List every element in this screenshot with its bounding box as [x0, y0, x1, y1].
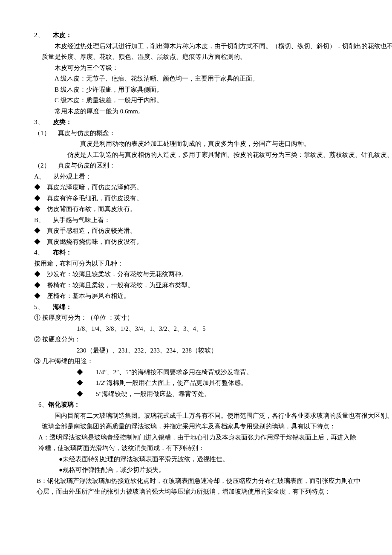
a-b2: ◆ 真皮有许多毛细孔，而仿皮没有。	[34, 193, 392, 204]
section-3-title: 皮类：	[53, 119, 72, 125]
s6-p1: 国内目前有二大玻璃制造集团。玻璃花式成千上万各有不同。使用范围广泛，各行业各业要…	[42, 410, 392, 432]
section-4-heading: 4、 布料：	[34, 247, 392, 258]
s6-a-p: 透明浮法玻璃是玻璃膏经控制闸门进入锡糟，由于地心引力及本身表面张力作用浮于熔锡表…	[38, 434, 356, 452]
sub2-num: （2）	[34, 162, 50, 169]
section-2-p3: A 级木皮：无节子、疤痕、花纹清晰、颜色均一，主要用于家具的正面。	[42, 73, 392, 84]
section-3-sub1: （1） 真皮与仿皮的概念：	[34, 128, 392, 139]
s5-c1-p: 1/8、1/4、3/8、1/2、3/4、1、3/2、2、3、4、5	[77, 324, 392, 335]
section-3-a: A、 从外观上看：	[34, 171, 392, 182]
section-5-title: 海绵：	[53, 304, 72, 310]
sub2-title: 真皮与仿皮的区别：	[58, 162, 115, 169]
s6-a: A：透明浮法玻璃是玻璃膏经控制闸门进入锡糟，由于地心引力及本身表面张力作用浮于熔…	[34, 432, 392, 454]
section-2-num: 2、	[34, 30, 51, 41]
s6-b: B：钢化玻璃产浮法玻璃加热接近软化点时，在玻璃表面急速冷却，使压缩应力分布在玻璃…	[34, 476, 392, 497]
section-2-p4: B 级木皮：少许瑕疵，用于家具侧面。	[42, 84, 392, 95]
section-6-title: 钢化玻璃：	[48, 401, 80, 408]
sub1-p2: 仿皮是人工制造的与真皮相仿的人造皮，多用于家具背面。按皮的花纹可分为三类：掌纹皮…	[55, 150, 392, 161]
s4-b3: ◆ 座椅布：基本与屏风布相近。	[34, 291, 392, 302]
s5-c3-b2: ◆ 1/2″海棉则一般用在大面上，使产品更加具有整体感。	[77, 378, 392, 389]
sub1-num: （1）	[34, 130, 50, 136]
section-4-num: 4、	[34, 247, 51, 258]
section-3-num: 3、	[34, 117, 51, 128]
b-b1: ◆ 真皮手感粗造，而仿皮较光滑。	[34, 225, 392, 237]
section-4-p1: 按用途，布料可分为以下几种：	[34, 258, 392, 269]
c2-title: 按硬度分为：	[42, 336, 81, 343]
s5-c3: ③ 几种海绵的用途：	[34, 356, 392, 367]
c1-num: ①	[34, 314, 40, 321]
sub1-p1: 真皮是利用动物的表皮经加工处理而制成的，真皮多为牛皮，分国产与进口两种。	[67, 139, 392, 150]
section-4-title: 布料：	[53, 249, 72, 256]
sub1-title: 真皮与仿皮的概念：	[58, 130, 115, 136]
a-num: A、	[34, 173, 45, 180]
s6-a-b2: ●规格可作弹性配合，减少切片损失。	[59, 465, 392, 476]
section-2-p6: 常用木皮的厚度一般为 0.6mm。	[42, 106, 392, 117]
s5-c3-b3: ◆ 5″海绵较硬，一般用做床垫、靠背等处。	[77, 389, 392, 400]
s4-b2: ◆ 餐椅布：较薄且柔较，一般有花纹，为亚麻布类型。	[34, 280, 392, 291]
s5-c3-b1: ◆ 1/4″、2″、5″的海绵按不同要求多用在椅背或沙发靠背。	[77, 367, 392, 378]
a-b1: ◆ 真皮光泽度暗，而仿皮光泽鲜亮。	[34, 182, 392, 193]
s6-a-b1: ●未经表面特别处理的浮法玻璃表面平滑无波纹，透视性佳。	[59, 454, 392, 465]
section-6-num: 6、	[38, 401, 48, 408]
s6-b-num: B：	[37, 477, 47, 484]
section-3-sub2: （2） 真皮与仿皮的区别：	[34, 160, 392, 171]
s4-b1: ◆ 沙发布：较薄且较柔软，分有花纹与无花纹两种。	[34, 269, 392, 280]
section-2-p1: 木皮经过热处理后对其进行加工，削出薄木片称为木皮，由于切削方式不同。（横切、纵切…	[42, 41, 392, 63]
s5-c2-p: 230（最硬）、231、232、233、234、238（较软）	[77, 345, 392, 356]
b-num: B、	[34, 217, 45, 223]
section-2-p5: C 级木皮：质量较差，一般用于内部。	[42, 95, 392, 106]
section-5-num: 5、	[34, 302, 51, 313]
c3-title: 几种海绵的用途：	[42, 358, 93, 364]
section-6-heading: 6、钢化玻璃：	[38, 399, 392, 410]
s5-c2: ② 按硬度分为：	[34, 334, 392, 345]
a-b3: ◆ 仿皮背面有布纹，而真皮没有。	[34, 204, 392, 215]
s6-b-p: 钢化玻璃产浮法玻璃加热接近软化点时，在玻璃表面急速冷却，使压缩应力分布在玻璃表面…	[37, 477, 360, 495]
section-2-p2: 木皮可分为三个等级：	[42, 63, 392, 74]
s6-a-num: A：	[38, 434, 49, 441]
section-3-b: B、 从手感与气味上看：	[34, 215, 392, 226]
c1-title: 按厚度可分为：（单位 ：英寸）	[42, 314, 133, 321]
section-2-heading: 2、 木皮：	[34, 30, 392, 41]
c3-num: ③	[34, 358, 40, 364]
section-5-heading: 5、 海绵：	[34, 302, 392, 313]
section-2-title: 木皮：	[53, 32, 72, 38]
b-title: 从手感与气味上看：	[53, 217, 110, 223]
c2-num: ②	[34, 336, 40, 343]
section-3-heading: 3、 皮类：	[34, 117, 392, 128]
s5-c1: ① 按厚度可分为：（单位 ：英寸）	[34, 312, 392, 324]
b-b2: ◆ 真皮燃烧有烧焦味，而仿皮没有。	[34, 237, 392, 248]
a-title: 从外观上看：	[53, 173, 92, 180]
